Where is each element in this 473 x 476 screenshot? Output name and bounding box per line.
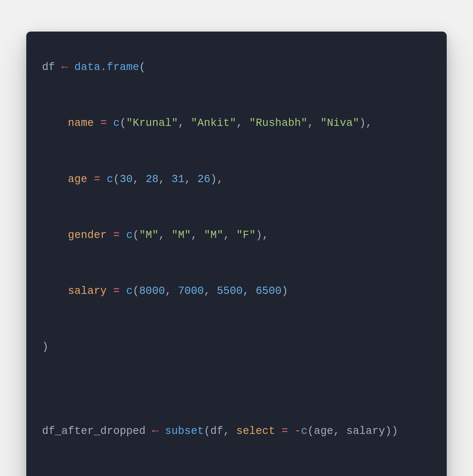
code-token: ), <box>256 229 268 241</box>
code-token <box>42 229 68 241</box>
code-token: , <box>204 285 217 297</box>
code-token: ), <box>359 117 372 129</box>
code-token: (df, <box>204 425 236 437</box>
code-token: 26 <box>197 173 210 185</box>
code-token: , <box>133 173 146 185</box>
code-token: = <box>113 285 120 297</box>
code-token <box>100 173 107 185</box>
code-token: df <box>42 61 61 73</box>
code-token: 8000 <box>139 285 165 297</box>
code-token: ( <box>133 229 139 241</box>
code-token: salary <box>68 285 107 297</box>
code-token: ) <box>282 285 288 297</box>
code-token: "F" <box>236 229 256 241</box>
code-token: name <box>68 117 94 129</box>
code-token: 7000 <box>178 285 204 297</box>
code-token <box>288 425 295 437</box>
code-token <box>159 425 165 437</box>
code-token <box>42 117 68 129</box>
code-token: (age, salary)) <box>307 425 398 437</box>
code-token: ← <box>152 425 159 437</box>
code-token: ) <box>42 341 49 353</box>
code-token <box>107 229 113 241</box>
code-token: ( <box>139 61 146 73</box>
code-token <box>120 229 126 241</box>
code-token: "Niva" <box>320 117 359 129</box>
code-card: df ← data.frame( name = c("Krunal", "Ank… <box>26 32 447 476</box>
code-token: c <box>126 229 133 241</box>
code-token: , <box>165 285 178 297</box>
code-token: = <box>100 117 107 129</box>
code-token: , <box>185 173 197 185</box>
code-token: subset <box>165 425 204 437</box>
code-token: gender <box>68 229 107 241</box>
code-token <box>87 173 94 185</box>
code-token: 30 <box>120 173 133 185</box>
code-token: c <box>126 285 133 297</box>
code-token: , <box>307 117 320 129</box>
code-token <box>107 285 113 297</box>
code-token: - <box>295 425 301 437</box>
code-token: ), <box>211 173 223 185</box>
code-token <box>275 425 282 437</box>
code-token: , <box>159 173 171 185</box>
code-token <box>68 61 75 73</box>
code-token: "Ankit" <box>191 117 236 129</box>
code-token <box>107 117 113 129</box>
code-token: "M" <box>204 229 223 241</box>
code-token <box>42 173 68 185</box>
code-token: 6500 <box>256 285 282 297</box>
code-token: 31 <box>171 173 184 185</box>
code-token: "M" <box>171 229 191 241</box>
code-token: c <box>301 425 307 437</box>
code-token: ( <box>113 173 120 185</box>
code-token: = <box>113 229 120 241</box>
code-token: "Rushabh" <box>249 117 307 129</box>
code-token <box>120 285 126 297</box>
code-token: data.frame <box>75 61 139 73</box>
code-token: , <box>236 117 249 129</box>
code-token: ← <box>61 61 68 73</box>
code-token: = <box>94 173 101 185</box>
code-token: = <box>282 425 288 437</box>
code-token: 5500 <box>217 285 243 297</box>
code-token: , <box>223 229 236 241</box>
code-token <box>42 285 68 297</box>
code-token: , <box>243 285 256 297</box>
code-token: , <box>178 117 191 129</box>
code-token: 28 <box>146 173 158 185</box>
code-token: select <box>236 425 275 437</box>
code-token: c <box>113 117 120 129</box>
code-token: "Krunal" <box>126 117 178 129</box>
code-token <box>94 117 101 129</box>
code-token: age <box>68 173 87 185</box>
page-frame: df ← data.frame( name = c("Krunal", "Ank… <box>0 0 473 476</box>
code-token: ( <box>133 285 139 297</box>
code-block[interactable]: df ← data.frame( name = c("Krunal", "Ank… <box>42 53 431 476</box>
code-token: , <box>191 229 204 241</box>
code-token: , <box>159 229 171 241</box>
code-token: df_after_dropped <box>42 425 152 437</box>
code-token: "M" <box>139 229 159 241</box>
code-token: c <box>107 173 113 185</box>
code-token: ( <box>120 117 126 129</box>
